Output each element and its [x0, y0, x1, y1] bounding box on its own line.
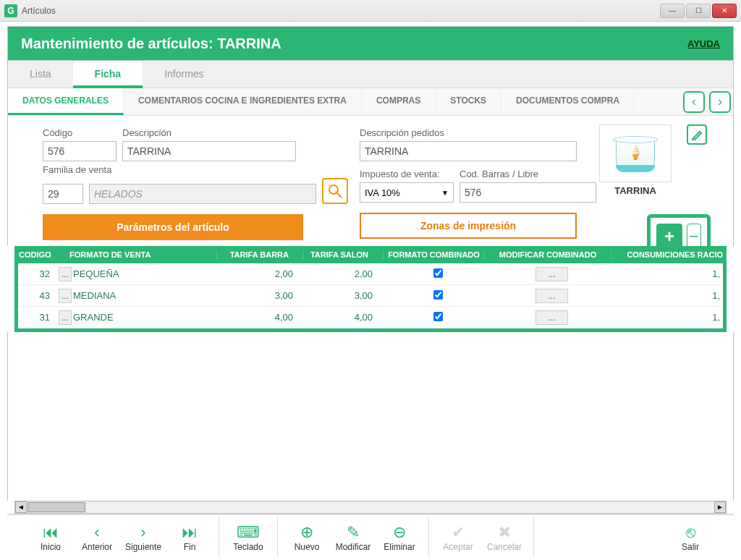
cell-codigo: 32: [18, 268, 54, 279]
row-menu-button[interactable]: ...: [54, 289, 69, 303]
row-menu-button[interactable]: ...: [54, 310, 69, 325]
window-maximize[interactable]: ☐: [686, 4, 711, 18]
exit-icon: ⎋: [686, 523, 695, 542]
prev-icon: ‹: [94, 523, 99, 542]
form-area: Código Descripción Familia de venta Pará…: [7, 116, 734, 246]
fin-button[interactable]: ⏭Fin: [166, 523, 213, 552]
th-fcomb: FORMATO COMBINADO: [384, 250, 485, 259]
scroll-right[interactable]: ►: [714, 501, 726, 513]
cell-cons: 1,: [615, 268, 723, 279]
window-minimize[interactable]: —: [660, 4, 685, 18]
salir-button[interactable]: ⎋Salir: [667, 523, 714, 552]
svg-point-0: [329, 185, 338, 194]
familia-code-input[interactable]: [43, 184, 83, 204]
tab-informes[interactable]: Informes: [143, 61, 225, 88]
cell-formato: PEQUEÑA: [69, 268, 221, 279]
scroll-thumb[interactable]: [27, 502, 85, 512]
edit-image-button[interactable]: [687, 124, 707, 145]
subtab-documentos[interactable]: DOCUMENTOS COMPRA: [501, 88, 635, 115]
scroll-left[interactable]: ◄: [15, 501, 27, 513]
descripcion-label: Descripción: [122, 127, 348, 138]
subtab-datos-generales[interactable]: DATOS GENERALES: [8, 88, 124, 115]
search-icon: [327, 183, 343, 199]
bottom-toolbar: ⏮Inicio ‹Anterior ›Siguiente ⏭Fin ⌨Tecla…: [7, 514, 734, 560]
first-icon: ⏮: [43, 523, 59, 542]
modify-combined-button[interactable]: ...: [535, 289, 567, 303]
page-title: Mantenimiento de artículos: TARRINA: [21, 35, 687, 52]
subtab-prev[interactable]: ‹: [683, 91, 705, 113]
cell-formato: MEDIANA: [69, 290, 221, 301]
keyboard-icon: ⌨: [237, 523, 260, 542]
anterior-button[interactable]: ‹Anterior: [74, 523, 120, 552]
familia-label: Familia de venta: [43, 164, 348, 175]
modify-combined-button[interactable]: ...: [535, 267, 567, 281]
zonas-button[interactable]: Zonas de impresión: [360, 213, 577, 239]
codbarras-input[interactable]: [460, 182, 596, 203]
subtab-stocks[interactable]: STOCKS: [436, 88, 501, 115]
teclado-button[interactable]: ⌨Teclado: [225, 523, 271, 552]
parametros-button[interactable]: Parámetros del artículo: [43, 214, 303, 240]
check-circle-icon: ✔: [452, 523, 465, 542]
svg-line-1: [337, 193, 342, 198]
cell-tsalon: 3,00: [308, 290, 387, 301]
cell-fcomb: [387, 312, 488, 323]
th-mcomb: MODIFICAR COMBINADO: [485, 250, 611, 259]
tab-lista[interactable]: Lista: [8, 61, 73, 88]
window-titlebar: G Artículos — ☐ ✕: [0, 0, 741, 22]
cancel-circle-icon: ✖: [498, 523, 511, 542]
th-tbarra: TARIFA BARRA: [217, 250, 304, 259]
product-image: 🍦: [599, 124, 672, 182]
impuesto-select[interactable]: IVA 10% ▼: [360, 182, 454, 203]
modify-combined-button[interactable]: ...: [535, 310, 567, 325]
familia-search-button[interactable]: [322, 178, 348, 204]
comb-checkbox[interactable]: [433, 290, 443, 300]
cell-fcomb: [387, 290, 488, 302]
cell-tbarra: 3,00: [221, 290, 308, 301]
cell-tsalon: 4,00: [308, 312, 387, 323]
eliminar-button[interactable]: ⊖Eliminar: [376, 523, 423, 552]
comb-checkbox[interactable]: [433, 268, 443, 278]
comb-checkbox[interactable]: [433, 312, 443, 321]
descpedidos-label: Descripción pedidos: [360, 127, 577, 138]
edit-icon: ✎: [347, 523, 360, 542]
minus-circle-icon: ⊖: [393, 523, 406, 542]
window-title: Artículos: [22, 6, 660, 16]
plus-circle-icon: ⊕: [300, 523, 313, 542]
last-icon: ⏭: [182, 523, 198, 542]
th-cons: CONSUMICIONES RACIO: [611, 250, 727, 259]
window-close[interactable]: ✕: [712, 4, 737, 18]
codbarras-label: Cod. Barras / Libre: [460, 169, 596, 179]
cell-mcomb: ...: [488, 267, 615, 281]
cell-formato: GRANDE: [69, 312, 221, 323]
nuevo-button[interactable]: ⊕Nuevo: [284, 523, 330, 552]
impuesto-label: Impuesto de venta:: [360, 169, 454, 179]
row-menu-button[interactable]: ...: [54, 267, 69, 281]
table-row[interactable]: 31...GRANDE4,004,00...1,: [18, 307, 723, 328]
cell-tbarra: 4,00: [221, 312, 308, 323]
cell-tbarra: 2,00: [221, 268, 308, 279]
descripcion-input[interactable]: [122, 141, 296, 161]
product-label: TARRINA: [614, 185, 656, 196]
subtab-next[interactable]: ›: [709, 91, 731, 113]
familia-name-input: [89, 184, 316, 204]
help-link[interactable]: AYUDA: [687, 38, 720, 49]
codigo-input[interactable]: [43, 141, 117, 161]
subtab-compras[interactable]: COMPRAS: [362, 88, 436, 115]
tab-ficha[interactable]: Ficha: [73, 61, 143, 88]
cancelar-button: ✖Cancelar: [481, 523, 528, 552]
subtab-comentarios[interactable]: COMENTARIOS COCINA E INGREDIENTES EXTRA: [124, 88, 362, 115]
siguiente-button[interactable]: ›Siguiente: [120, 523, 166, 552]
modificar-button[interactable]: ✎Modificar: [330, 523, 376, 552]
inicio-button[interactable]: ⏮Inicio: [27, 523, 74, 552]
cell-mcomb: ...: [488, 310, 615, 325]
app-icon: G: [4, 4, 17, 17]
next-icon: ›: [140, 523, 145, 542]
pencil-icon: [691, 129, 703, 140]
descpedidos-input[interactable]: [360, 141, 577, 161]
table-hscroll[interactable]: ◄ ►: [14, 501, 727, 514]
cell-mcomb: ...: [488, 289, 615, 303]
table-row[interactable]: 43...MEDIANA3,003,00...1,: [18, 285, 723, 307]
codigo-label: Código: [43, 127, 117, 138]
th-formato: FORMATO DE VENTA: [65, 250, 217, 259]
table-row[interactable]: 32...PEQUEÑA2,002,00...1,: [18, 263, 723, 285]
